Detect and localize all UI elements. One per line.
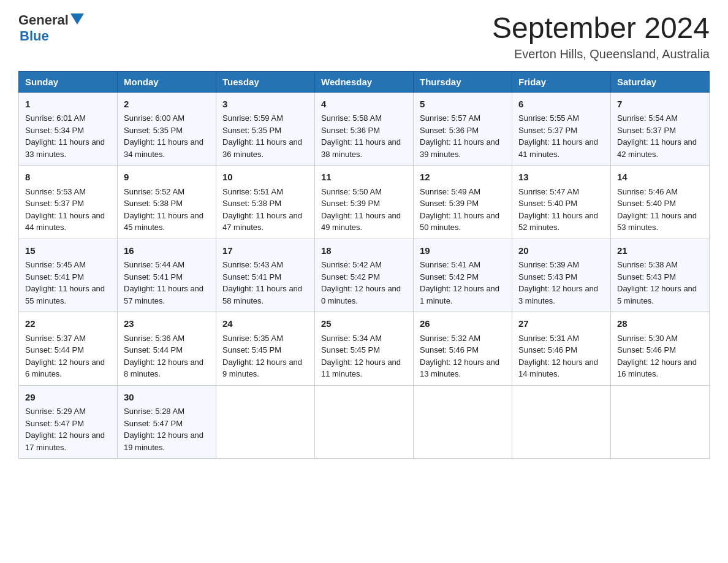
calendar-day-cell: 16 Sunrise: 5:44 AM Sunset: 5:41 PM Dayl…	[118, 239, 216, 312]
calendar-day-cell	[216, 385, 315, 459]
sunrise-info: Sunrise: 5:42 AM	[321, 260, 382, 269]
calendar-body: 1 Sunrise: 6:01 AM Sunset: 5:34 PM Dayli…	[19, 92, 710, 459]
sunrise-info: Sunrise: 5:44 AM	[124, 260, 184, 269]
calendar-day-cell: 22 Sunrise: 5:37 AM Sunset: 5:44 PM Dayl…	[19, 312, 118, 386]
day-number: 19	[420, 244, 506, 258]
calendar-day-cell: 17 Sunrise: 5:43 AM Sunset: 5:41 PM Dayl…	[216, 239, 315, 312]
day-number: 9	[124, 170, 210, 185]
logo-triangle-icon	[70, 13, 84, 25]
sunrise-info: Sunrise: 5:58 AM	[321, 113, 382, 123]
sunset-info: Sunset: 5:44 PM	[124, 345, 183, 354]
sunrise-info: Sunrise: 5:57 AM	[420, 113, 480, 123]
daylight-info: Daylight: 11 hours and 33 minutes.	[25, 137, 105, 159]
calendar-day-cell: 1 Sunrise: 6:01 AM Sunset: 5:34 PM Dayli…	[19, 92, 118, 166]
sunset-info: Sunset: 5:47 PM	[124, 419, 183, 428]
sunset-info: Sunset: 5:36 PM	[420, 126, 479, 135]
calendar-day-cell: 30 Sunrise: 5:28 AM Sunset: 5:47 PM Dayl…	[118, 385, 216, 459]
logo-general-text: General	[18, 12, 69, 28]
daylight-info: Daylight: 11 hours and 36 minutes.	[222, 137, 302, 159]
day-number: 22	[25, 317, 111, 331]
sunset-info: Sunset: 5:46 PM	[617, 345, 676, 354]
day-number: 29	[25, 391, 111, 405]
subtitle: Everton Hills, Queensland, Australia	[492, 47, 710, 61]
day-number: 8	[25, 170, 111, 185]
sunrise-info: Sunrise: 5:53 AM	[25, 187, 86, 196]
calendar-day-cell: 7 Sunrise: 5:54 AM Sunset: 5:37 PM Dayli…	[611, 92, 710, 166]
sunset-info: Sunset: 5:46 PM	[420, 345, 479, 354]
daylight-info: Daylight: 11 hours and 50 minutes.	[420, 211, 499, 232]
calendar-day-cell: 4 Sunrise: 5:58 AM Sunset: 5:36 PM Dayli…	[315, 92, 414, 166]
sunset-info: Sunset: 5:37 PM	[518, 126, 577, 135]
sunrise-info: Sunrise: 5:37 AM	[25, 334, 86, 343]
sunset-info: Sunset: 5:41 PM	[25, 272, 84, 282]
col-sunday: Sunday	[19, 71, 118, 92]
calendar-day-cell: 15 Sunrise: 5:45 AM Sunset: 5:41 PM Dayl…	[19, 239, 118, 312]
col-thursday: Thursday	[414, 71, 512, 92]
sunrise-info: Sunrise: 5:59 AM	[222, 113, 283, 123]
daylight-info: Daylight: 11 hours and 45 minutes.	[124, 211, 203, 232]
daylight-info: Daylight: 11 hours and 53 minutes.	[617, 211, 697, 232]
calendar-week-row: 29 Sunrise: 5:29 AM Sunset: 5:47 PM Dayl…	[19, 385, 710, 459]
calendar-day-cell: 23 Sunrise: 5:36 AM Sunset: 5:44 PM Dayl…	[118, 312, 216, 386]
col-tuesday: Tuesday	[216, 71, 315, 92]
sunrise-info: Sunrise: 5:38 AM	[617, 260, 678, 269]
sunset-info: Sunset: 5:37 PM	[617, 126, 676, 135]
daylight-info: Daylight: 12 hours and 16 minutes.	[617, 358, 697, 379]
daylight-info: Daylight: 11 hours and 42 minutes.	[617, 137, 697, 159]
calendar-day-cell: 24 Sunrise: 5:35 AM Sunset: 5:45 PM Dayl…	[216, 312, 315, 386]
sunset-info: Sunset: 5:40 PM	[518, 199, 577, 208]
daylight-info: Daylight: 12 hours and 17 minutes.	[25, 431, 105, 452]
sunrise-info: Sunrise: 5:35 AM	[222, 334, 283, 343]
sunset-info: Sunset: 5:37 PM	[25, 199, 84, 208]
sunset-info: Sunset: 5:46 PM	[518, 345, 577, 354]
svg-marker-0	[70, 13, 84, 25]
calendar-day-cell: 19 Sunrise: 5:41 AM Sunset: 5:42 PM Dayl…	[414, 239, 512, 312]
calendar-day-cell: 12 Sunrise: 5:49 AM Sunset: 5:39 PM Dayl…	[414, 166, 512, 239]
daylight-info: Daylight: 11 hours and 49 minutes.	[321, 211, 401, 232]
day-number: 11	[321, 170, 407, 185]
daylight-info: Daylight: 12 hours and 8 minutes.	[124, 358, 203, 379]
sunrise-info: Sunrise: 5:29 AM	[25, 407, 86, 416]
sunset-info: Sunset: 5:44 PM	[25, 345, 84, 354]
sunrise-info: Sunrise: 5:50 AM	[321, 187, 382, 196]
sunset-info: Sunset: 5:43 PM	[617, 272, 676, 282]
sunset-info: Sunset: 5:41 PM	[222, 272, 281, 282]
day-number: 26	[420, 317, 506, 331]
day-number: 24	[222, 317, 308, 331]
day-number: 21	[617, 244, 703, 258]
sunrise-info: Sunrise: 5:46 AM	[617, 187, 678, 196]
day-number: 15	[25, 244, 111, 258]
calendar-day-cell: 3 Sunrise: 5:59 AM Sunset: 5:35 PM Dayli…	[216, 92, 315, 166]
calendar-day-cell: 2 Sunrise: 6:00 AM Sunset: 5:35 PM Dayli…	[118, 92, 216, 166]
daylight-info: Daylight: 11 hours and 52 minutes.	[518, 211, 598, 232]
daylight-info: Daylight: 12 hours and 6 minutes.	[25, 358, 105, 379]
day-number: 6	[518, 98, 604, 112]
sunset-info: Sunset: 5:43 PM	[518, 272, 577, 282]
sunset-info: Sunset: 5:40 PM	[617, 199, 676, 208]
calendar-day-cell: 9 Sunrise: 5:52 AM Sunset: 5:38 PM Dayli…	[118, 166, 216, 239]
sunrise-info: Sunrise: 5:32 AM	[420, 334, 480, 343]
daylight-info: Daylight: 12 hours and 3 minutes.	[518, 284, 598, 305]
sunrise-info: Sunrise: 5:36 AM	[124, 334, 184, 343]
sunrise-info: Sunrise: 5:41 AM	[420, 260, 480, 269]
calendar-day-cell: 28 Sunrise: 5:30 AM Sunset: 5:46 PM Dayl…	[611, 312, 710, 386]
day-number: 7	[617, 98, 703, 112]
day-number: 17	[222, 244, 308, 258]
daylight-info: Daylight: 12 hours and 13 minutes.	[420, 358, 499, 379]
calendar-table: Sunday Monday Tuesday Wednesday Thursday…	[18, 71, 710, 459]
calendar-day-cell: 21 Sunrise: 5:38 AM Sunset: 5:43 PM Dayl…	[611, 239, 710, 312]
sunrise-info: Sunrise: 5:28 AM	[124, 407, 184, 416]
calendar-day-cell: 18 Sunrise: 5:42 AM Sunset: 5:42 PM Dayl…	[315, 239, 414, 312]
sunset-info: Sunset: 5:35 PM	[124, 126, 183, 135]
col-monday: Monday	[118, 71, 216, 92]
daylight-info: Daylight: 11 hours and 41 minutes.	[518, 137, 598, 159]
day-number: 16	[124, 244, 210, 258]
calendar-day-cell: 14 Sunrise: 5:46 AM Sunset: 5:40 PM Dayl…	[611, 166, 710, 239]
sunrise-info: Sunrise: 5:52 AM	[124, 187, 184, 196]
daylight-info: Daylight: 12 hours and 14 minutes.	[518, 358, 598, 379]
sunset-info: Sunset: 5:36 PM	[321, 126, 380, 135]
daylight-info: Daylight: 12 hours and 1 minute.	[420, 284, 499, 305]
day-number: 27	[518, 317, 604, 331]
sunrise-info: Sunrise: 5:34 AM	[321, 334, 382, 343]
day-number: 28	[617, 317, 703, 331]
